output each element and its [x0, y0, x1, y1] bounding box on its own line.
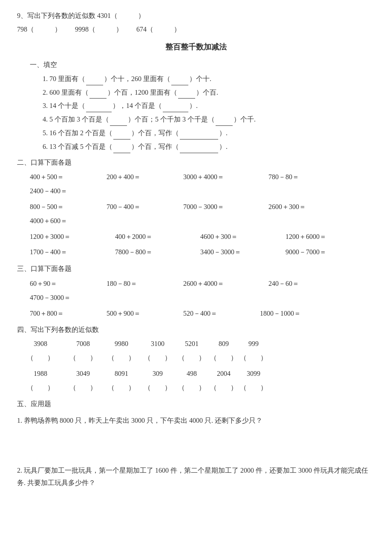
s2-r1-c1: 400＋500＝	[30, 170, 107, 184]
s4-p6: （ ）	[209, 352, 239, 364]
s3-r2-c3: 520－400＝	[183, 307, 260, 321]
s2-r2-c1: 800－500＝	[30, 200, 107, 214]
s2-r1-c4: 780－80＝	[268, 170, 345, 184]
s3-r1-c3: 2600＋4000＝	[183, 277, 268, 291]
s4-n6: 809	[209, 338, 239, 350]
s3-r2-c2: 500＋900＝	[107, 307, 183, 321]
s2-r2-c2: 700－400＝	[107, 200, 183, 214]
section-oral-calc1: 二、口算下面各题 400＋500＝ 200＋400＝ 3000＋4000＝ 78…	[17, 157, 375, 260]
s4-row1-nums: 3908 7008 9980 3100 5201 809 999	[17, 338, 375, 350]
s3-r1-c4: 240－60＝	[268, 277, 345, 291]
s2-r2-c4: 2600＋300＝	[268, 200, 345, 214]
s3-r2-c4: 1800－1000＝	[260, 307, 345, 321]
section-word-problems: 五、应用题 1. 养鸭场养鸭 8000 只，昨天上午卖出 3000 只，下午卖出…	[17, 398, 375, 522]
s4-row2-nums: 1988 3049 8091 309 498 2004 3099	[17, 368, 375, 380]
s4-n7: 999	[239, 338, 268, 350]
section3-rows: 60＋90＝ 180－80＝ 2600＋4000＝ 240－60＝ 4700－3…	[30, 277, 375, 320]
s1-item4: 4. 5 个百加 3 个百是（）个百；5 个千加 3 个千是（）个千.	[43, 113, 375, 126]
s4-n1: 3908	[17, 338, 64, 350]
s2-r3-c3: 4600＋300＝	[200, 230, 285, 244]
s3-row2: 700＋800＝ 500＋900＝ 520－400＝ 1800－1000＝	[30, 307, 375, 321]
s2-r3-c2: 400＋2000＝	[115, 230, 200, 244]
s4-n2: 7008	[64, 338, 102, 350]
s2-r1-c2: 200＋400＝	[107, 170, 183, 184]
section1-label: 一、填空	[30, 59, 375, 71]
s4-p8: （ ）	[17, 382, 64, 394]
s4-row1-parens: （ ） （ ） （ ） （ ） （ ） （ ） （ ）	[17, 352, 375, 364]
page-title: 整百整千数加减法	[17, 40, 375, 54]
s4-p4: （ ）	[141, 352, 175, 364]
s4-p11: （ ）	[141, 382, 175, 394]
s4-p1: （ ）	[17, 352, 64, 364]
s3-r1-c1: 60＋90＝	[30, 277, 107, 291]
s4-n4: 3100	[141, 338, 175, 350]
s2-r2-c5: 4000＋600＝	[30, 214, 107, 228]
s4-p7: （ ）	[239, 352, 268, 364]
s2-row2: 800－500＝ 700－400＝ 7000－3000＝ 2600＋300＝ 4…	[30, 200, 375, 228]
s4-p3: （ ）	[102, 352, 141, 364]
section-approx: 四、写出下列各数的近似数 3908 7008 9980 3100 5201 80…	[17, 324, 375, 394]
s2-r3-c4: 1200＋6000＝	[285, 230, 371, 244]
s4-n10: 8091	[102, 368, 141, 380]
s2-r4-c2: 7800－800＝	[115, 245, 200, 259]
wp2-text: 2. 玩具厂要加工一批玩具，第一个星期加工了 1600 件，第二个星期加工了 2…	[17, 465, 375, 489]
section2-label: 二、口算下面各题	[17, 157, 375, 169]
s3-r1-c2: 180－80＝	[107, 277, 183, 291]
section4-label: 四、写出下列各数的近似数	[17, 324, 375, 336]
section-fillblank: 一、填空 1. 70 里面有（）个十，260 里面有（）个十. 2. 600 里…	[17, 59, 375, 153]
s1-item1: 1. 70 里面有（）个十，260 里面有（）个十.	[43, 73, 375, 85]
s4-row2-parens: （ ） （ ） （ ） （ ） （ ） （ ） （ ）	[17, 382, 375, 394]
s2-r4-c3: 3400－3000＝	[200, 245, 285, 259]
section1-items: 1. 70 里面有（）个十，260 里面有（）个十. 2. 600 里面有（）个…	[43, 73, 375, 153]
s1-item3: 3. 14 个十是（），14 个百是（）.	[43, 100, 375, 112]
section3-label: 三、口算下面各题	[17, 263, 375, 275]
s4-n13: 2004	[209, 368, 239, 380]
s1-item2: 2. 600 里面有（）个百，1200 里面有（）个百.	[43, 87, 375, 99]
section5-label: 五、应用题	[17, 398, 375, 410]
s3-r2-c1: 700＋800＝	[30, 307, 107, 321]
s2-r1-c5: 2400－400＝	[30, 184, 107, 198]
s2-row4: 1700－400＝ 7800－800＝ 3400－3000＝ 9000－7000…	[30, 245, 375, 259]
s4-n12: 498	[175, 368, 209, 380]
s4-p5: （ ）	[175, 352, 209, 364]
s2-r4-c1: 1700－400＝	[30, 245, 115, 259]
s4-n5: 5201	[175, 338, 209, 350]
wp2-answer-area	[17, 493, 375, 523]
s1-item6: 6. 13 个百减 5 个百是（）个百，写作（）.	[43, 141, 375, 153]
s3-row1: 60＋90＝ 180－80＝ 2600＋4000＝ 240－60＝ 4700－3…	[30, 277, 375, 305]
wp1-answer-area	[17, 430, 375, 460]
s4-p13: （ ）	[209, 382, 239, 394]
s4-p14: （ ）	[239, 382, 268, 394]
s2-r4-c4: 9000－7000＝	[285, 245, 371, 259]
s4-n11: 309	[141, 368, 175, 380]
s4-n9: 3049	[64, 368, 102, 380]
top-section: 9、写出下列各数的近似数 4301（ ） 798（ ） 9998（ ） 674（…	[17, 10, 375, 36]
top-line1: 9、写出下列各数的近似数 4301（ ）	[17, 10, 375, 22]
s3-r1-c5: 4700－3000＝	[30, 291, 107, 305]
s2-row3: 1200＋3000＝ 400＋2000＝ 4600＋300＝ 1200＋6000…	[30, 230, 375, 244]
section-oral-calc2: 三、口算下面各题 60＋90＝ 180－80＝ 2600＋4000＝ 240－6…	[17, 263, 375, 320]
s4-p9: （ ）	[64, 382, 102, 394]
word-problem-1: 1. 养鸭场养鸭 8000 只，昨天上午卖出 3000 只，下午卖出 4000 …	[17, 415, 375, 460]
s2-row1: 400＋500＝ 200＋400＝ 3000＋4000＝ 780－80＝ 240…	[30, 170, 375, 198]
s4-p12: （ ）	[175, 382, 209, 394]
s2-r2-c3: 7000－3000＝	[183, 200, 268, 214]
word-problem-2: 2. 玩具厂要加工一批玩具，第一个星期加工了 1600 件，第二个星期加工了 2…	[17, 465, 375, 523]
wp1-text: 1. 养鸭场养鸭 8000 只，昨天上午卖出 3000 只，下午卖出 4000 …	[17, 415, 375, 427]
s4-n14: 3099	[239, 368, 268, 380]
s4-n8: 1988	[17, 368, 64, 380]
section2-rows: 400＋500＝ 200＋400＝ 3000＋4000＝ 780－80＝ 240…	[30, 170, 375, 259]
top-line2: 798（ ） 9998（ ） 674（ ）	[17, 23, 375, 36]
s4-p10: （ ）	[102, 382, 141, 394]
s1-item5: 5. 16 个百加 2 个百是（）个百，写作（）.	[43, 127, 375, 139]
s4-n3: 9980	[102, 338, 141, 350]
s2-r3-c1: 1200＋3000＝	[30, 230, 115, 244]
s2-r1-c3: 3000＋4000＝	[183, 170, 268, 184]
s4-p2: （ ）	[64, 352, 102, 364]
